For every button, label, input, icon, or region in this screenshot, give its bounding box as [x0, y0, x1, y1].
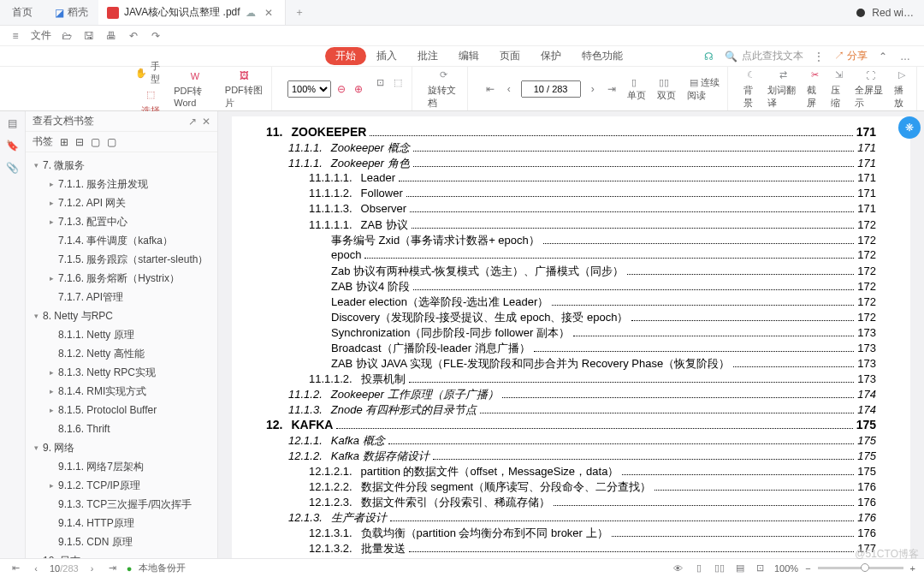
tree-node[interactable]: ▸7.1.3. 配置中心 — [26, 212, 217, 231]
user-avatar-icon[interactable] — [856, 9, 865, 17]
fit-page-icon[interactable]: ⬚ — [391, 76, 405, 90]
tree-node[interactable]: ▸9.1.2. TCP/IP原理 — [26, 476, 217, 495]
tree-node[interactable]: 8.1.6. Thrift — [26, 419, 217, 438]
layout3-icon[interactable]: ▤ — [733, 562, 747, 575]
search-box[interactable]: 🔍 点此查找文本 — [725, 49, 803, 63]
file-menu[interactable]: 文件 — [31, 28, 51, 43]
zoom-in-icon[interactable]: ⊕ — [352, 82, 365, 96]
tree-node[interactable]: ▸7.1.1. 服务注册发现 — [26, 175, 217, 193]
tree-node[interactable]: ▸8.1.4. RMI实现方式 — [26, 382, 217, 401]
popout-icon[interactable]: ↗ — [188, 116, 197, 128]
single-page-mode[interactable]: ▯单页 — [627, 75, 649, 102]
tree-node[interactable]: 9.1.5. CDN 原理 — [26, 532, 217, 551]
tree-node[interactable]: ▸7.1.6. 服务熔断（Hystrix） — [26, 269, 217, 288]
add-bookmark-icon[interactable]: ⊞ — [60, 136, 68, 148]
tree-node[interactable]: ▾9. 网络 — [26, 438, 217, 457]
ribbon-tab-start[interactable]: 开始 — [325, 47, 366, 65]
compress-button[interactable]: ⇲压缩 — [831, 68, 846, 110]
close-sidebar-icon[interactable]: ✕ — [202, 116, 210, 128]
tree-node[interactable]: 7.1.7. API管理 — [26, 288, 217, 306]
backup-status[interactable]: 本地备份开 — [139, 562, 186, 574]
quick-access-bar: ≡ 文件 🗁 🖫 🖶 ↶ ↷ — [0, 26, 924, 46]
background-button[interactable]: ☾背景 — [743, 68, 759, 110]
double-page-icon: ▯▯ — [657, 75, 671, 89]
ribbon-tab-comment[interactable]: 批注 — [407, 49, 448, 63]
zoom-select[interactable]: 100% — [287, 80, 331, 98]
attachments-icon[interactable]: 📎 — [6, 161, 20, 175]
tree-node[interactable]: 8.1.1. Netty 原理 — [26, 325, 217, 344]
tree-node[interactable]: ▾8. Netty 与RPC — [26, 306, 217, 325]
tree-node[interactable]: ▸8.1.3. Netty RPC实现 — [26, 363, 217, 382]
pdf-to-image-button[interactable]: 🖼PDF转图片 — [225, 68, 264, 110]
tab-daoqiao[interactable]: ◪ 稻壳 — [44, 0, 98, 25]
first-page-icon[interactable]: ⇤ — [483, 82, 497, 96]
collapse-ribbon-icon[interactable]: ⌃ — [876, 50, 890, 63]
document-viewport[interactable]: ❋ 11.ZOOKEEPER17111.1.1.Zookeeper 概念1711… — [218, 111, 924, 558]
thumbnails-icon[interactable]: ▤ — [6, 116, 20, 130]
more-icon[interactable]: ⋮ — [812, 50, 826, 63]
bookmark-tree[interactable]: ▾7. 微服务▸7.1.1. 服务注册发现▸7.1.2. API 网关▸7.1.… — [26, 152, 217, 558]
status-next-icon[interactable]: › — [86, 562, 99, 575]
tree-node[interactable]: 9.1.4. HTTP原理 — [26, 514, 217, 532]
rotate-button[interactable]: ⟳旋转文档 — [428, 68, 460, 110]
tab-home[interactable]: 首页 — [0, 0, 44, 25]
bookmark-flag-icon[interactable]: ▢ — [91, 136, 100, 148]
tree-node[interactable]: ▸7.1.2. API 网关 — [26, 193, 217, 212]
status-last-icon[interactable]: ⇥ — [106, 562, 120, 575]
ribbon-tab-protect[interactable]: 保护 — [530, 49, 572, 63]
headset-icon[interactable]: ☊ — [702, 50, 716, 63]
play-button[interactable]: ▷播放 — [894, 68, 909, 110]
page-input[interactable] — [521, 80, 581, 98]
translate-button[interactable]: ⇄划词翻译 — [767, 68, 798, 110]
layout1-icon[interactable]: ▯ — [692, 562, 706, 575]
hand-tool[interactable]: ✋手型 — [135, 60, 165, 86]
last-page-icon[interactable]: ⇥ — [605, 82, 619, 96]
bookmark-tab[interactable]: 书签 — [33, 134, 53, 149]
view-mode-icon[interactable]: 👁 — [672, 562, 685, 575]
zoom-minus[interactable]: − — [805, 563, 810, 574]
tree-node[interactable]: ▸8.1.5. Protoclol Buffer — [26, 401, 217, 419]
user-name[interactable]: Red wi… — [872, 7, 914, 19]
hamburger-icon[interactable]: ≡ — [9, 29, 22, 43]
close-tab-button[interactable]: ✕ — [261, 7, 276, 19]
ribbon-tab-special[interactable]: 特色功能 — [572, 49, 633, 63]
pdf-to-word-button[interactable]: WPDF转Word — [174, 69, 216, 108]
open-icon[interactable]: 🗁 — [60, 29, 74, 43]
share-button[interactable]: ↗ 分享 — [834, 49, 868, 63]
zoom-out-icon[interactable]: ⊖ — [335, 82, 348, 96]
layout2-icon[interactable]: ▯▯ — [713, 562, 726, 575]
prev-page-icon[interactable]: ‹ — [502, 82, 516, 96]
tree-node[interactable]: 9.1.1. 网络7层架构 — [26, 457, 217, 476]
double-page-mode[interactable]: ▯▯双页 — [657, 75, 678, 102]
tree-node[interactable]: 7.1.5. 服务跟踪（starter-sleuth） — [26, 250, 217, 269]
ribbon-tab-page[interactable]: 页面 — [489, 49, 530, 63]
screenshot-button[interactable]: ✂截屏 — [807, 68, 822, 110]
fit-width-icon[interactable]: ⊡ — [374, 76, 388, 90]
bookmark-flag2-icon[interactable]: ▢ — [107, 136, 116, 148]
tree-node[interactable]: 9.1.3. TCP三次握手/四次挥手 — [26, 495, 217, 514]
status-prev-icon[interactable]: ‹ — [29, 562, 43, 575]
new-tab-button[interactable]: ＋ — [286, 5, 313, 20]
ribbon-tab-edit[interactable]: 编辑 — [448, 49, 489, 63]
remove-bookmark-icon[interactable]: ⊟ — [75, 136, 84, 148]
next-page-icon[interactable]: › — [586, 82, 600, 96]
tab-current-file[interactable]: JAVA核心知识点整理 .pdf ☁ ✕ — [98, 0, 286, 25]
tree-node[interactable]: ▾10. 日志 — [26, 551, 217, 558]
assistant-fab[interactable]: ❋ — [898, 116, 921, 139]
tree-node[interactable]: 8.1.2. Netty 高性能 — [26, 344, 217, 363]
redo-icon[interactable]: ↷ — [149, 29, 163, 43]
continuous-mode[interactable]: ▤连续阅读 — [687, 75, 721, 102]
undo-icon[interactable]: ↶ — [127, 29, 140, 43]
save-icon[interactable]: 🖫 — [82, 29, 96, 43]
ribbon-tab-insert[interactable]: 插入 — [366, 49, 407, 63]
tree-node[interactable]: 7.1.4. 事件调度（kafka） — [26, 231, 217, 250]
print-icon[interactable]: 🖶 — [104, 29, 118, 43]
tree-node[interactable]: ▾7. 微服务 — [26, 156, 217, 175]
status-first-icon[interactable]: ⇤ — [9, 562, 22, 575]
zoom-slider[interactable] — [818, 567, 903, 569]
bookmarks-icon[interactable]: 🔖 — [6, 139, 20, 152]
zoom-plus[interactable]: + — [910, 563, 915, 574]
overflow-icon[interactable]: … — [898, 50, 912, 63]
fit-icon[interactable]: ⊡ — [754, 562, 767, 575]
fullscreen-button[interactable]: ⛶全屏显示 — [855, 68, 886, 110]
